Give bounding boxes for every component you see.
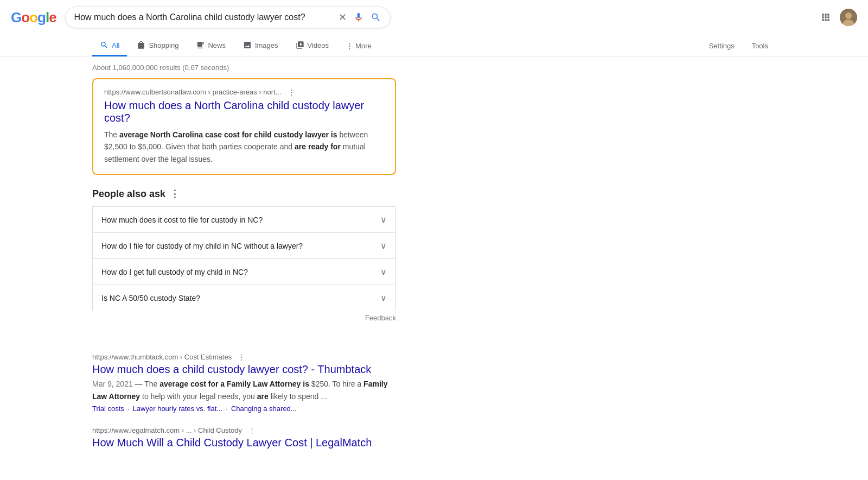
more-label: More xyxy=(355,42,372,50)
featured-result-title[interactable]: How much does a North Carolina child cus… xyxy=(104,99,384,124)
grid-icon xyxy=(820,12,831,23)
tab-shopping-label: Shopping xyxy=(149,41,178,49)
snippet-bold2: are ready for xyxy=(295,142,341,151)
search-bar: ✕ xyxy=(65,7,391,28)
tab-all-label: All xyxy=(112,41,119,49)
svg-point-1 xyxy=(845,12,852,19)
paa-item-1[interactable]: How much does it cost to file for custod… xyxy=(92,206,396,232)
snippet-text-before: The xyxy=(144,380,159,388)
legalmatch-url-text: https://www.legalmatch.com › ... › Child… xyxy=(92,426,242,434)
thumbtack-title[interactable]: How much does a child custody lawyer cos… xyxy=(92,363,396,376)
avatar-image xyxy=(840,9,857,26)
header: Google ✕ xyxy=(0,0,868,35)
thumbtack-date: Mar 9, 2021 xyxy=(92,380,133,388)
tab-more[interactable]: ⋮ More xyxy=(339,36,379,55)
voice-search-button[interactable] xyxy=(353,12,364,23)
chevron-down-icon-3: ∨ xyxy=(380,267,387,277)
tab-news[interactable]: News xyxy=(188,35,233,56)
chevron-down-icon-2: ∨ xyxy=(380,241,387,251)
apps-button[interactable] xyxy=(820,12,831,23)
search-icons: ✕ xyxy=(339,11,381,23)
thumbtack-url-text: https://www.thumbtack.com › Cost Estimat… xyxy=(92,353,232,361)
nav-tabs: All Shopping News Images Videos ⋮ More S… xyxy=(0,35,868,57)
result-legalmatch: https://www.legalmatch.com › ... › Child… xyxy=(92,426,396,449)
paa-question-1: How much does it cost to file for custod… xyxy=(101,216,263,224)
link-sep-2: · xyxy=(226,405,228,413)
feedback-label: Feedback xyxy=(365,314,396,322)
shopping-icon xyxy=(137,41,145,49)
thumbtack-snippet: Mar 9, 2021 — The average cost for a Fam… xyxy=(92,378,396,402)
featured-result-snippet: The average North Carolina case cost for… xyxy=(104,129,384,165)
snippet-bold1: average North Carolina case cost for chi… xyxy=(119,130,337,139)
google-logo: Google xyxy=(11,9,56,26)
thumbtack-links: Trial costs · Lawyer hourly rates vs. fl… xyxy=(92,405,396,413)
thumbtack-link-2[interactable]: Lawyer hourly rates vs. flat... xyxy=(133,405,222,413)
paa-question-4: Is NC A 50/50 custody State? xyxy=(101,294,200,302)
paa-item-2[interactable]: How do I file for custody of my child in… xyxy=(92,232,396,258)
mic-icon xyxy=(353,12,364,23)
thumbtack-dash: — xyxy=(133,380,145,388)
paa-title: People also ask xyxy=(92,188,165,200)
paa-header: People also ask ⋮ xyxy=(92,188,396,200)
news-icon xyxy=(196,41,205,49)
paa-feedback: Feedback xyxy=(92,311,396,331)
thumbtack-link-1[interactable]: Trial costs xyxy=(92,405,124,413)
chevron-down-icon-1: ∨ xyxy=(380,214,387,225)
featured-result: https://www.culbertsonatlaw.com › practi… xyxy=(92,78,396,175)
snippet-bold-are: are xyxy=(257,392,269,401)
paa-menu[interactable]: ⋮ xyxy=(170,188,180,200)
result-thumbtack: https://www.thumbtack.com › Cost Estimat… xyxy=(92,353,396,413)
legalmatch-url: https://www.legalmatch.com › ... › Child… xyxy=(92,426,396,434)
snippet-before: The xyxy=(104,130,119,139)
thumbtack-link-3[interactable]: Changing a shared... xyxy=(231,405,297,413)
paa-item-3[interactable]: How do I get full custody of my child in… xyxy=(92,258,396,285)
videos-icon xyxy=(296,41,304,49)
tab-news-label: News xyxy=(208,41,226,49)
featured-url-text: https://www.culbertsonatlaw.com › practi… xyxy=(104,88,282,96)
thumbtack-url: https://www.thumbtack.com › Cost Estimat… xyxy=(92,353,396,361)
tab-all[interactable]: All xyxy=(92,35,127,56)
tab-videos[interactable]: Videos xyxy=(288,35,337,56)
featured-result-url: https://www.culbertsonatlaw.com › practi… xyxy=(104,88,384,96)
tab-images[interactable]: Images xyxy=(235,35,286,56)
paa-question-2: How do I file for custody of my child in… xyxy=(101,242,303,250)
featured-result-menu[interactable]: ⋮ xyxy=(288,88,295,96)
snippet-text-end: likely to spend ... xyxy=(269,392,327,401)
clear-button[interactable]: ✕ xyxy=(339,11,347,23)
tools-link[interactable]: Tools xyxy=(744,36,776,55)
snippet-bold-avg: average cost for a Family Law Attorney i… xyxy=(159,380,309,388)
search-icon xyxy=(371,12,381,23)
paa-question-3: How do I get full custody of my child in… xyxy=(101,268,248,276)
link-sep-1: · xyxy=(127,405,130,413)
header-right xyxy=(820,9,857,26)
paa-item-4[interactable]: Is NC A 50/50 custody State? ∨ xyxy=(92,285,396,311)
all-icon xyxy=(100,41,108,49)
main-content: About 1,060,000,000 results (0.67 second… xyxy=(0,57,488,464)
more-dots: ⋮ xyxy=(346,42,353,50)
people-also-ask-section: People also ask ⋮ How much does it cost … xyxy=(92,188,396,331)
images-icon xyxy=(243,41,252,49)
search-input[interactable] xyxy=(74,12,333,22)
search-button[interactable] xyxy=(371,12,381,23)
legalmatch-title[interactable]: How Much Will a Child Custody Lawyer Cos… xyxy=(92,437,396,449)
tab-videos-label: Videos xyxy=(308,41,329,49)
legalmatch-menu[interactable]: ⋮ xyxy=(248,426,256,434)
results-count: About 1,060,000,000 results (0.67 second… xyxy=(92,59,396,78)
chevron-down-icon-4: ∨ xyxy=(380,293,387,303)
tab-images-label: Images xyxy=(255,41,278,49)
snippet-text-mid: $250. To hire a xyxy=(309,380,363,388)
section-divider xyxy=(92,344,396,344)
snippet-text-after: to help with your legal needs, you xyxy=(140,392,257,401)
settings-link[interactable]: Settings xyxy=(701,36,742,55)
tab-shopping[interactable]: Shopping xyxy=(129,35,186,56)
thumbtack-menu[interactable]: ⋮ xyxy=(238,353,245,361)
avatar[interactable] xyxy=(840,9,857,26)
